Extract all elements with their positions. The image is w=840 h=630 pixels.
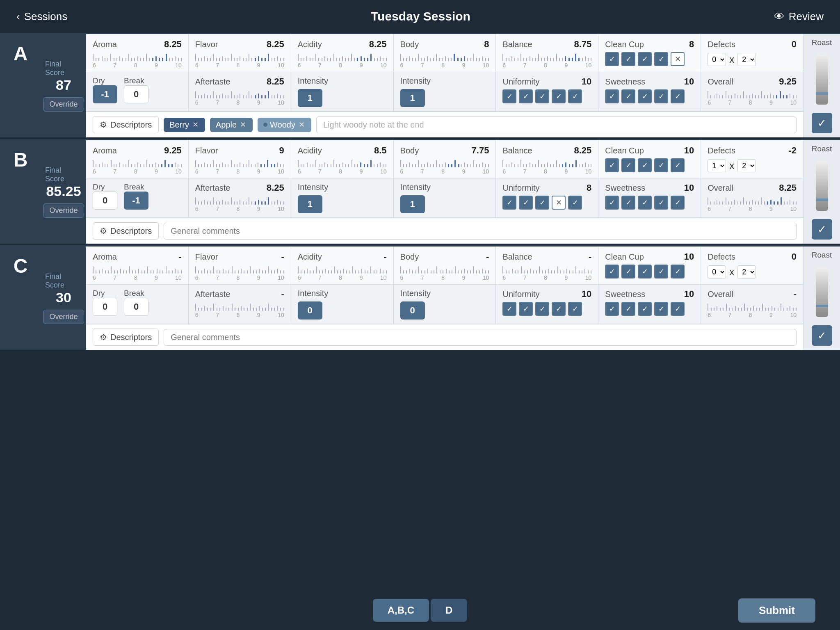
checkbox-4[interactable]: ✓	[568, 302, 582, 316]
checkbox-1[interactable]: ✓	[621, 196, 635, 210]
metric-label: Overall	[708, 77, 733, 87]
checkbox-3[interactable]: ✓	[654, 302, 668, 316]
checkbox-4[interactable]: ✓	[671, 302, 685, 316]
metric-aroma-C: Aroma - 678910	[86, 247, 189, 284]
page-title: Tuesday Session	[371, 9, 470, 23]
metric-balance-C: Balance - 678910	[496, 247, 598, 284]
roast-check-button[interactable]: ✓	[812, 325, 832, 346]
defect-mult-select[interactable]: 2	[737, 53, 756, 66]
tab-abc[interactable]: A,B,C	[373, 599, 429, 622]
checkbox-1[interactable]: ✓	[621, 89, 635, 103]
descriptors-button[interactable]: ⚙ Descriptors	[93, 222, 159, 240]
checkbox-0[interactable]: ✓	[502, 89, 516, 103]
checkbox-1[interactable]: ✓	[621, 265, 635, 278]
defect-mult-select[interactable]: 2	[737, 265, 756, 278]
checkbox-3[interactable]: ✓	[552, 302, 566, 316]
review-button[interactable]: 👁 Review	[774, 10, 824, 23]
defect-count-select[interactable]: 0	[708, 265, 726, 278]
checkbox-3[interactable]: ✓	[654, 89, 668, 103]
checkbox-2[interactable]: ✓	[535, 89, 549, 103]
checkbox-2[interactable]: ✓	[535, 302, 549, 316]
checkbox-0[interactable]: ✓	[605, 158, 619, 172]
checkbox-3[interactable]: ✕	[552, 196, 566, 210]
roast-slider[interactable]	[816, 268, 828, 317]
roast-check-button[interactable]: ✓	[812, 113, 832, 133]
roast-slider[interactable]	[816, 162, 828, 211]
checkbox-4[interactable]: ✕	[671, 52, 685, 66]
checkbox-0[interactable]: ✓	[605, 52, 619, 66]
checkbox-4[interactable]: ✓	[671, 196, 685, 210]
defect-count-select[interactable]: 0	[708, 53, 726, 66]
override-button[interactable]: Override	[43, 203, 84, 218]
checkbox-3[interactable]: ✓	[654, 52, 668, 66]
checkbox-0[interactable]: ✓	[605, 265, 619, 278]
comments-input[interactable]	[164, 329, 797, 346]
checkbox-4[interactable]: ✓	[671, 89, 685, 103]
checkbox-1[interactable]: ✓	[621, 302, 635, 316]
checkbox-0[interactable]: ✓	[605, 196, 619, 210]
checkbox-4[interactable]: ✓	[671, 265, 685, 278]
override-button[interactable]: Override	[43, 310, 84, 324]
break-counter[interactable]: -1	[124, 192, 148, 210]
checkbox-1[interactable]: ✓	[621, 52, 635, 66]
checkbox-4[interactable]: ✓	[568, 89, 582, 103]
roast-handle	[816, 305, 828, 307]
checkbox-2[interactable]: ✓	[535, 196, 549, 210]
dry-counter[interactable]: 0	[93, 298, 117, 316]
checkbox-1[interactable]: ✓	[519, 196, 533, 210]
descriptors-button[interactable]: ⚙ Descriptors	[93, 116, 159, 133]
checkbox-1[interactable]: ✓	[621, 158, 635, 172]
intensity-button[interactable]: 0	[400, 301, 425, 320]
checkbox-2[interactable]: ✓	[638, 52, 652, 66]
tag-dot	[263, 123, 267, 127]
break-counter[interactable]: 0	[124, 85, 148, 103]
override-button[interactable]: Override	[43, 97, 84, 112]
checkbox-2[interactable]: ✓	[638, 196, 652, 210]
comments-input[interactable]	[164, 223, 797, 240]
metric-val: 8	[689, 39, 694, 50]
tag-remove-button[interactable]: ✕	[192, 120, 199, 129]
back-button[interactable]: ‹ Sessions	[16, 10, 67, 23]
checkbox-0[interactable]: ✓	[605, 89, 619, 103]
metric-label: Overall	[708, 183, 733, 193]
metric-val: -	[383, 251, 386, 262]
defect-mult-select[interactable]: 2	[737, 159, 756, 172]
checkbox-3[interactable]: ✓	[552, 89, 566, 103]
checkbox-4[interactable]: ✓	[568, 196, 582, 210]
checkbox-1[interactable]: ✓	[519, 89, 533, 103]
checkbox-2[interactable]: ✓	[638, 265, 652, 278]
checkbox-1[interactable]: ✓	[519, 302, 533, 316]
tag-remove-button[interactable]: ✕	[239, 120, 247, 129]
checkbox-0[interactable]: ✓	[502, 302, 516, 316]
descriptors-button[interactable]: ⚙ Descriptors	[93, 329, 159, 346]
checkbox-0[interactable]: ✓	[605, 302, 619, 316]
intensity-button[interactable]: 1	[400, 195, 425, 213]
dry-break-group: Dry 0 Break 0	[93, 289, 182, 316]
checkbox-2[interactable]: ✓	[638, 158, 652, 172]
intensity-button[interactable]: 0	[298, 301, 322, 320]
intensity-button[interactable]: 1	[400, 89, 425, 107]
metric-label: Aftertaste	[195, 290, 231, 299]
checkbox-3[interactable]: ✓	[654, 265, 668, 278]
tab-d[interactable]: D	[431, 599, 467, 622]
checkbox-3[interactable]: ✓	[654, 196, 668, 210]
submit-button[interactable]: Submit	[738, 598, 815, 623]
dry-counter[interactable]: 0	[93, 192, 117, 210]
break-counter[interactable]: 0	[124, 298, 148, 316]
checkbox-2[interactable]: ✓	[638, 302, 652, 316]
intensity-button[interactable]: 1	[298, 195, 322, 213]
checkbox-4[interactable]: ✓	[671, 158, 685, 172]
defect-count-select[interactable]: 1	[708, 159, 726, 172]
dry-counter[interactable]: -1	[93, 85, 117, 103]
comments-input[interactable]	[316, 116, 797, 133]
roast-slider[interactable]	[816, 55, 828, 105]
roast-check-button[interactable]: ✓	[812, 219, 832, 240]
roast-label: Roast	[812, 251, 832, 260]
checkbox-3[interactable]: ✓	[654, 158, 668, 172]
metric-val: 8.25	[267, 76, 284, 87]
metric-aftertaste-bottom-C: Aftertaste - 678910	[189, 285, 291, 324]
intensity-button[interactable]: 1	[298, 89, 322, 107]
tag-remove-button[interactable]: ✕	[298, 120, 306, 129]
checkbox-0[interactable]: ✓	[502, 196, 516, 210]
checkbox-2[interactable]: ✓	[638, 89, 652, 103]
